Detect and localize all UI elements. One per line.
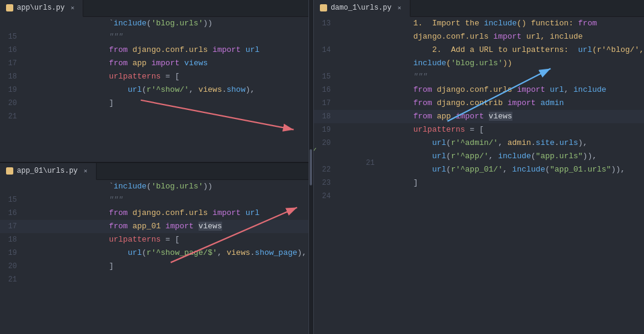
line-content: ] [24,246,308,286]
file-icon [320,4,327,11]
bottom-tab-bar: app_01\urls.py ✕ [0,163,308,180]
line-number: 21 [0,273,24,286]
code-line: 20 ] [0,260,308,273]
tab-label: damo_1\urls.py [331,4,392,12]
line-number: 18 [0,233,24,246]
line-content: ] [24,83,308,123]
line-number: 17 [314,97,338,110]
file-icon [6,167,13,175]
top-editor: app\urls.py ✕ `include('blog.urls')) 15 [0,0,308,163]
line-number: 19 [0,246,24,260]
editor-container: app\urls.py ✕ `include('blog.urls')) 15 [0,0,644,334]
tab-app-urls[interactable]: app\urls.py ✕ [0,0,83,17]
line-number: 16 [0,207,24,220]
top-tab-bar: app\urls.py ✕ [0,0,308,17]
line-number: 18 [314,110,338,123]
right-code-lines: 13 1. Import the include() function: fro… [314,17,644,203]
bottom-code-area: `include('blog.urls')) 15 """ 16 from dj… [0,180,308,334]
center-divider: ✓ ✓ [309,0,314,334]
tab-close-button[interactable]: ✕ [395,4,404,12]
top-code-lines: `include('blog.urls')) 15 """ 16 from dj… [0,17,308,123]
line-number: ✓ 21 [314,130,338,183]
tab-label: app\urls.py [17,4,65,12]
line-number: 17 [0,57,24,70]
tab-label: app_01\urls.py [17,167,78,175]
line-content: url(r'^app/', include("app.urls")), [338,136,644,176]
line-number: 15 [0,30,24,43]
line-number: 18 [0,70,24,83]
line-number: 13 [314,17,338,30]
right-code-area: 13 1. Import the include() function: fro… [314,17,644,334]
line-number: 19 [0,83,24,97]
code-line: 20 ] [0,97,308,110]
tab-close-button[interactable]: ✕ [68,4,77,12]
line-number: 15 [314,70,338,83]
right-tab-bar: damo_1\urls.py ✕ [314,0,644,17]
line-number: 20 [0,97,24,110]
bottom-editor: app_01\urls.py ✕ `include('blog.urls')) … [0,163,308,334]
tab-close-button[interactable]: ✕ [81,167,90,175]
file-icon [6,4,13,11]
code-line: ✓ 21 url(r'^app/', include("app.urls")), [314,150,644,163]
tab-damo-urls[interactable]: damo_1\urls.py ✕ [314,0,410,17]
line-number: 16 [314,83,338,97]
scroll-thumb [310,149,312,185]
line-number: 16 [0,43,24,57]
right-pane: damo_1\urls.py ✕ 13 1. Import the includ… [314,0,644,334]
line-number: 21 [0,110,24,123]
top-code-area: `include('blog.urls')) 15 """ 16 from dj… [0,17,308,162]
line-number: 17 [0,220,24,233]
bottom-code-lines: `include('blog.urls')) 15 """ 16 from dj… [0,180,308,286]
tab-app01-urls[interactable]: app_01\urls.py ✕ [0,163,97,180]
line-number: 15 [0,193,24,207]
line-number: 14 [314,43,338,57]
code-line: 23 ] [314,176,644,190]
left-pane: app\urls.py ✕ `include('blog.urls')) 15 [0,0,309,334]
line-number: 24 [314,190,338,203]
line-number: 20 [0,260,24,273]
